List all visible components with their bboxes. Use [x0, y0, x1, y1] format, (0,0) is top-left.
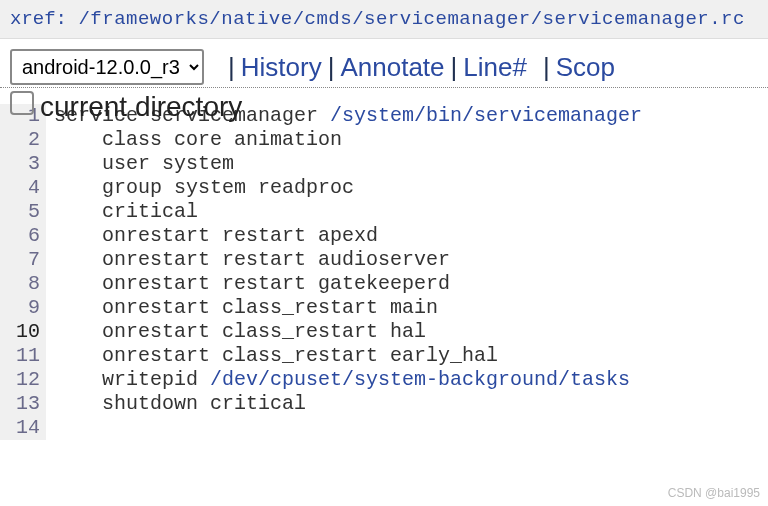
line-number[interactable]: 8: [6, 272, 40, 296]
line-number[interactable]: 6: [6, 224, 40, 248]
code-text: shutdown critical: [102, 392, 306, 415]
divider: |: [228, 52, 235, 83]
xref-path[interactable]: /frameworks/native/cmds/servicemanager/s…: [78, 8, 745, 30]
code-text: onrestart class_restart hal: [102, 320, 426, 343]
current-directory-label: current directory: [40, 91, 242, 123]
xref-breadcrumb: xref: /frameworks/native/cmds/serviceman…: [0, 0, 768, 39]
code-text: onrestart restart gatekeeperd: [102, 272, 450, 295]
line-gutter: 1234567891011121314: [0, 104, 46, 440]
current-directory-row: current directory: [0, 88, 768, 118]
code-text: onrestart class_restart early_hal: [102, 344, 498, 367]
code-line: onrestart restart apexd: [54, 224, 642, 248]
line-number[interactable]: 5: [6, 200, 40, 224]
code-line: onrestart restart audioserver: [54, 248, 642, 272]
scopes-link[interactable]: Scop: [556, 52, 615, 83]
line-number[interactable]: 4: [6, 176, 40, 200]
code-line: [54, 416, 642, 440]
line-number[interactable]: 7: [6, 248, 40, 272]
code-text: onrestart restart apexd: [102, 224, 378, 247]
code-area: 1234567891011121314 service servicemanag…: [0, 104, 768, 440]
line-number[interactable]: 11: [6, 344, 40, 368]
code-line: writepid /dev/cpuset/system-background/t…: [54, 368, 642, 392]
code-line: class core animation: [54, 128, 642, 152]
line-number[interactable]: 12: [6, 368, 40, 392]
divider: |: [543, 52, 550, 83]
line-number[interactable]: 13: [6, 392, 40, 416]
code-line: user system: [54, 152, 642, 176]
line-number[interactable]: 14: [6, 416, 40, 440]
toolbar: android-12.0.0_r3 | History | Annotate |…: [0, 39, 768, 88]
code-line: critical: [54, 200, 642, 224]
history-link[interactable]: History: [241, 52, 322, 83]
code-line: onrestart class_restart hal: [54, 320, 642, 344]
xref-label: xref:: [10, 8, 78, 30]
code-line: shutdown critical: [54, 392, 642, 416]
code-text: critical: [102, 200, 198, 223]
code-line: group system readproc: [54, 176, 642, 200]
current-directory-checkbox[interactable]: [10, 91, 34, 115]
code-text: class core animation: [102, 128, 342, 151]
code-block: service servicemanager /system/bin/servi…: [46, 104, 642, 440]
line-number[interactable]: 3: [6, 152, 40, 176]
line-number[interactable]: 2: [6, 128, 40, 152]
code-text: onrestart class_restart main: [102, 296, 438, 319]
code-line: onrestart restart gatekeeperd: [54, 272, 642, 296]
annotate-link[interactable]: Annotate: [340, 52, 444, 83]
code-text: onrestart restart audioserver: [102, 248, 450, 271]
code-line: onrestart class_restart main: [54, 296, 642, 320]
branch-select[interactable]: android-12.0.0_r3: [10, 49, 204, 85]
divider: |: [451, 52, 458, 83]
lineno-link[interactable]: Line#: [463, 52, 527, 83]
path-link[interactable]: /dev/cpuset/system-background/tasks: [210, 368, 630, 391]
code-line: onrestart class_restart early_hal: [54, 344, 642, 368]
line-number[interactable]: 9: [6, 296, 40, 320]
code-text: user system: [102, 152, 234, 175]
divider: |: [328, 52, 335, 83]
code-text: writepid: [102, 368, 210, 391]
line-number[interactable]: 10: [6, 320, 40, 344]
watermark: CSDN @bai1995: [668, 486, 760, 500]
code-text: group system readproc: [102, 176, 354, 199]
